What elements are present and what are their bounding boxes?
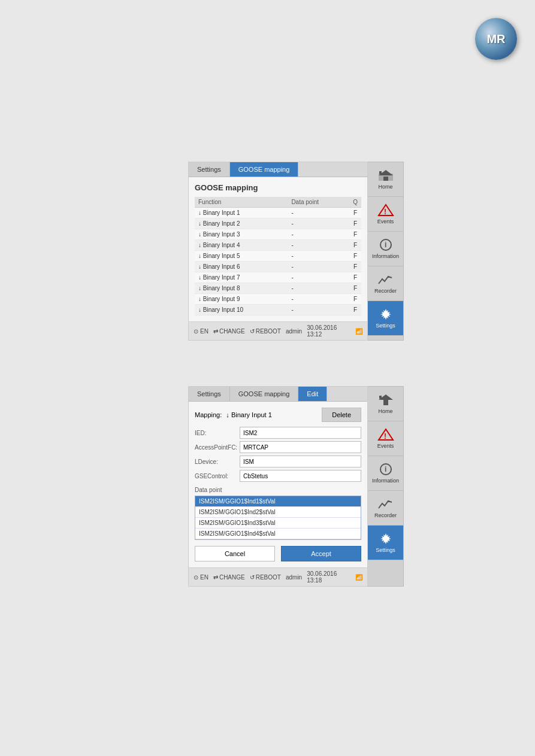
sidebar-item-home-1[interactable]: Home xyxy=(368,162,403,197)
recorder-icon-2 xyxy=(377,497,394,511)
datapoint-section: Data point ISM2ISM/GGIO1$Ind1$stValISM2I… xyxy=(195,487,361,540)
table-row[interactable]: ↓ Binary Input 8 - F xyxy=(195,283,361,294)
mapping-value: ↓ Binary Input 1 xyxy=(226,411,271,418)
gsecontrol-input[interactable] xyxy=(240,470,361,482)
panel1-content: GOOSE mapping Function Data point Q ↓ Bi… xyxy=(189,177,367,321)
panel2-main: Settings GOOSE mapping Edit Mapping: ↓ B… xyxy=(188,386,368,587)
cell-q: F xyxy=(349,229,361,240)
sidebar-label-recorder-1: Recorder xyxy=(374,288,397,294)
accesspoint-input[interactable] xyxy=(240,441,361,453)
user-label-2: admin xyxy=(286,574,302,581)
sidebar-item-recorder-2[interactable]: Recorder xyxy=(368,491,403,526)
svg-rect-2 xyxy=(383,177,388,181)
sidebar-item-settings-2[interactable]: Settings xyxy=(368,526,403,560)
cell-q: F xyxy=(349,251,361,262)
cell-q: F xyxy=(349,218,361,229)
form-buttons: Cancel Accept xyxy=(195,546,361,561)
cell-datapoint: - xyxy=(288,283,349,294)
form-row-ied: IED: xyxy=(195,427,361,439)
table-row[interactable]: ↓ Binary Input 9 - F xyxy=(195,294,361,305)
table-row[interactable]: ↓ Binary Input 1 - F xyxy=(195,208,361,218)
tab-settings-2[interactable]: Settings xyxy=(189,387,230,401)
ldevice-input[interactable] xyxy=(240,456,361,467)
sidebar-label-info-2: Information xyxy=(372,478,399,484)
ied-input[interactable] xyxy=(240,427,361,439)
tab-goose-mapping-2[interactable]: GOOSE mapping xyxy=(230,387,299,401)
globe-icon-2: ⊙ xyxy=(194,574,198,581)
panel1-statusbar: ⊙ EN ⇄ CHANGE ↺ REBOOT admin 30.06.2016 … xyxy=(189,321,367,340)
cell-function: ↓ Binary Input 9 xyxy=(195,294,288,305)
reboot-button-1[interactable]: ↺ REBOOT xyxy=(250,328,281,335)
delete-button[interactable]: Delete xyxy=(322,408,361,422)
cell-q: F xyxy=(349,305,361,315)
cell-datapoint: - xyxy=(288,294,349,305)
globe-icon: ⊙ xyxy=(194,328,198,335)
table-row[interactable]: ↓ Binary Input 3 - F xyxy=(195,229,361,240)
table-row[interactable]: ↓ Binary Input 5 - F xyxy=(195,251,361,262)
accept-button[interactable]: Accept xyxy=(281,546,361,561)
status-language-2: ⊙ EN xyxy=(194,574,208,581)
svg-rect-3 xyxy=(379,171,382,174)
svg-text:!: ! xyxy=(384,208,386,216)
table-row[interactable]: ↓ Binary Input 2 - F xyxy=(195,218,361,229)
sidebar-label-info-1: Information xyxy=(372,253,399,259)
change-button-2[interactable]: ⇄ CHANGE xyxy=(213,574,245,581)
ldevice-label: LDevice: xyxy=(195,459,240,465)
sidebar-item-recorder-1[interactable]: Recorder xyxy=(368,266,403,301)
cell-function: ↓ Binary Input 10 xyxy=(195,305,288,315)
datapoint-list: ISM2ISM/GGIO1$Ind1$stValISM2ISM/GGIO1$In… xyxy=(195,496,361,540)
home-icon-2 xyxy=(377,393,394,406)
panel2-sidebar: Home ! Events i Information Recorder xyxy=(368,386,404,587)
tab-edit-2[interactable]: Edit xyxy=(298,387,327,401)
datapoint-item[interactable]: ISM2ISM/GGIO1$Ind1$stVal xyxy=(195,496,361,507)
info-icon-2: i xyxy=(377,463,394,476)
sidebar-label-recorder-2: Recorder xyxy=(374,512,397,518)
datetime-label-1: 30.06.2016 13:12 xyxy=(307,324,350,338)
cell-datapoint: - xyxy=(288,272,349,283)
sidebar-item-events-2[interactable]: ! Events xyxy=(368,421,403,456)
tab-settings-1[interactable]: Settings xyxy=(189,162,230,177)
datapoint-item[interactable]: ISM2ISM/GGIO1$Ind4$stVal xyxy=(195,529,361,539)
col-datapoint-header: Data point xyxy=(288,197,349,208)
cell-datapoint: - xyxy=(288,262,349,272)
tab-goose-mapping-1[interactable]: GOOSE mapping xyxy=(230,162,299,177)
events-icon-2: ! xyxy=(377,428,394,441)
cell-function: ↓ Binary Input 8 xyxy=(195,283,288,294)
sidebar-item-settings-1[interactable]: Settings xyxy=(368,301,403,336)
mapping-label: Mapping: xyxy=(195,411,222,418)
ied-label: IED: xyxy=(195,430,240,436)
datapoint-item[interactable]: ISM2ISM/GGIO1$Ind2$stVal xyxy=(195,507,361,518)
cell-datapoint: - xyxy=(288,208,349,218)
cancel-button[interactable]: Cancel xyxy=(195,546,275,561)
cell-function: ↓ Binary Input 2 xyxy=(195,218,288,229)
svg-text:!: ! xyxy=(384,432,386,441)
panel1-sidebar: Home ! Events i Information Recorder xyxy=(368,162,404,341)
table-row[interactable]: ↓ Binary Input 10 - F xyxy=(195,305,361,315)
wifi-icon-2: 📶 xyxy=(355,574,362,581)
user-label-1: admin xyxy=(286,328,302,335)
cell-q: F xyxy=(349,272,361,283)
cell-datapoint: - xyxy=(288,229,349,240)
sidebar-item-info-1[interactable]: i Information xyxy=(368,232,403,266)
table-row[interactable]: ↓ Binary Input 4 - F xyxy=(195,240,361,251)
panel2-statusbar: ⊙ EN ⇄ CHANGE ↺ REBOOT admin 30.06.2016 … xyxy=(189,567,367,586)
sidebar-item-home-2[interactable]: Home xyxy=(368,387,403,421)
info-icon: i xyxy=(377,238,394,251)
sidebar-label-events-2: Events xyxy=(377,443,394,449)
col-function-header: Function xyxy=(195,197,288,208)
logo-circle: MR xyxy=(475,18,517,60)
sidebar-item-events-1[interactable]: ! Events xyxy=(368,197,403,232)
home-icon xyxy=(377,169,394,182)
svg-rect-10 xyxy=(383,400,388,405)
cell-q: F xyxy=(349,240,361,251)
sidebar-label-home-2: Home xyxy=(378,408,392,414)
table-row[interactable]: ↓ Binary Input 7 - F xyxy=(195,272,361,283)
sidebar-label-settings-2: Settings xyxy=(376,547,395,553)
sidebar-item-info-2[interactable]: i Information xyxy=(368,456,403,491)
reboot-button-2[interactable]: ↺ REBOOT xyxy=(250,574,281,581)
form-row-accesspoint: AccessPointFC: xyxy=(195,441,361,453)
table-row[interactable]: ↓ Binary Input 6 - F xyxy=(195,262,361,272)
change-button-1[interactable]: ⇄ CHANGE xyxy=(213,328,245,335)
datapoint-item[interactable]: ISM2ISM/GGIO1$Ind3$stVal xyxy=(195,518,361,529)
form-row-gsecontrol: GSEControl: xyxy=(195,470,361,482)
